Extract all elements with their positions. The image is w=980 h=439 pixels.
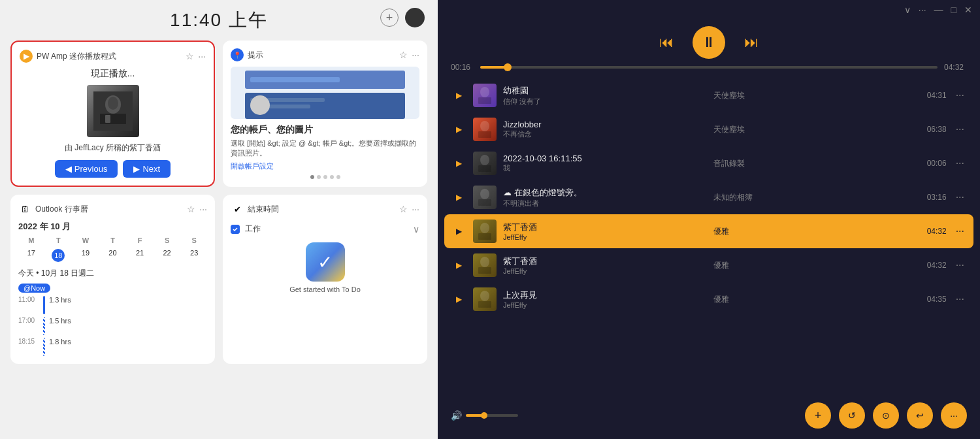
track-info: ☁ 在銀色的燈號旁。 不明演出者 (503, 187, 707, 208)
svg-rect-7 (478, 97, 491, 104)
cal-header-mon: M (18, 235, 44, 246)
volume-fill (466, 414, 484, 417)
add-button[interactable]: + (805, 402, 831, 429)
prev-track-button[interactable]: ⏮ (653, 29, 679, 56)
pin-icon[interactable]: ☆ (186, 51, 194, 61)
clock: 11:40 上午 (170, 8, 268, 33)
track-info: 紫丁香酒 JeffEffy (503, 221, 707, 241)
left-panel: 11:40 上午 + ▶ PW Amp 迷你播放程式 ☆ ··· 現正播放... (0, 0, 438, 439)
track-list[interactable]: ▶ 幼稚園 信仰 沒有了 天使塵埃 04:31 ··· ▶ Jizzlobber (438, 78, 980, 396)
track-more-icon[interactable]: ··· (953, 89, 967, 101)
track-play-icon[interactable]: ▶ (451, 155, 466, 171)
track-artist: 信仰 沒有了 (503, 97, 707, 106)
svg-point-12 (480, 155, 489, 165)
track-more-icon[interactable]: ··· (953, 123, 967, 135)
track-title: 紫丁香酒 (503, 255, 707, 267)
rewind-button[interactable]: ↩ (907, 402, 933, 429)
progress-bar[interactable] (480, 66, 938, 69)
track-play-icon[interactable]: ▶ (451, 223, 466, 239)
tips-widget-title: 提示 (248, 50, 395, 61)
track-more-icon[interactable]: ··· (953, 225, 967, 237)
cal-day-23[interactable]: 23 (181, 247, 207, 264)
transport-controls: ⏮ ⏸ ⏭ (438, 20, 980, 63)
volume-bar[interactable] (466, 414, 518, 417)
shuffle-button[interactable]: ↺ (839, 402, 865, 429)
cal-header-tue: T (46, 235, 72, 246)
track-item[interactable]: ▶ 紫丁香酒 JeffEffy 優雅 04:32 ··· (444, 214, 973, 248)
pause-button[interactable]: ⏸ (693, 26, 725, 59)
track-item[interactable]: ▶ ☁ 在銀色的燈號旁。 不明演出者 未知的相簿 03:16 ··· (444, 180, 973, 214)
cal-day-17[interactable]: 17 (18, 247, 44, 264)
next-track-button[interactable]: ⏭ (738, 29, 764, 56)
svg-rect-4 (105, 115, 110, 123)
track-thumbnail (473, 186, 497, 209)
progress-fill (480, 66, 508, 69)
track-artist: 不再信念 (503, 129, 707, 139)
cal-day-19[interactable]: 19 (73, 247, 99, 264)
tips-pin-icon[interactable]: ☆ (399, 50, 408, 60)
tips-icon: 📍 (231, 48, 244, 61)
track-play-icon[interactable]: ▶ (451, 88, 466, 103)
todo-widget: ✔ 結束時間 ☆ ··· 工作 ∨ ✓ Get started with To … (223, 195, 427, 364)
track-thumbnail (473, 287, 497, 311)
event-detail-2: 1.5 hrs (49, 317, 71, 325)
track-item[interactable]: ▶ 幼稚園 信仰 沒有了 天使塵埃 04:31 ··· (444, 78, 973, 112)
track-item[interactable]: ▶ 2022-10-03 16:11:55 我 音訊錄製 00:06 ··· (444, 146, 973, 180)
tips-dot-4[interactable] (330, 175, 334, 179)
repeat-button[interactable]: ⊙ (873, 402, 899, 429)
calendar-more-icon[interactable]: ··· (199, 204, 207, 214)
todo-widget-header: ✔ 結束時間 ☆ ··· (231, 203, 419, 216)
more-button[interactable]: ··· (941, 402, 967, 429)
todo-checkbox-work[interactable] (231, 225, 240, 234)
track-play-icon[interactable]: ▶ (451, 291, 466, 307)
track-play-icon[interactable]: ▶ (451, 189, 466, 205)
track-album: 天使塵埃 (713, 124, 917, 135)
tips-more-icon[interactable]: ··· (412, 50, 419, 60)
cal-day-22[interactable]: 22 (154, 247, 180, 264)
cal-day-21[interactable]: 21 (127, 247, 153, 264)
cal-day-20[interactable]: 20 (100, 247, 126, 264)
track-duration: 04:32 (924, 227, 947, 236)
calendar-event-3: 18:15 1.8 hrs (18, 338, 207, 356)
tips-dot-2[interactable] (317, 175, 321, 179)
close-icon[interactable]: ✕ (964, 5, 972, 15)
track-duration: 00:06 (924, 159, 947, 168)
minimize-icon[interactable]: — (934, 5, 943, 15)
tips-dot-1[interactable] (310, 175, 314, 179)
calendar-pin-icon[interactable]: ☆ (187, 204, 195, 214)
track-item[interactable]: ▶ 紫丁香酒 JeffEffy 優雅 04:32 ··· (444, 248, 973, 282)
tips-dot-5[interactable] (336, 175, 340, 179)
chevron-down-icon[interactable]: ∨ (904, 5, 911, 15)
todo-cta-icon: ✓ (306, 242, 345, 282)
track-more-icon[interactable]: ··· (953, 293, 967, 305)
todo-pin-icon[interactable]: ☆ (399, 204, 408, 214)
cal-day-18[interactable]: 18 (46, 247, 72, 264)
add-widget-button[interactable]: + (380, 8, 399, 27)
track-more-icon[interactable]: ··· (953, 157, 967, 169)
more-options-icon[interactable]: ··· (919, 5, 926, 15)
track-play-icon[interactable]: ▶ (451, 257, 466, 273)
track-item[interactable]: ▶ Jizzlobber 不再信念 天使塵埃 06:38 ··· (444, 112, 973, 146)
more-icon[interactable]: ··· (198, 51, 206, 61)
cal-header-wed: W (73, 235, 99, 246)
track-item[interactable]: ▶ 上次再見 JeffEffy 優雅 04:35 ··· (444, 282, 973, 316)
track-thumb-svg (473, 84, 497, 107)
track-play-icon[interactable]: ▶ (451, 122, 466, 137)
tips-link[interactable]: 開啟帳戶設定 (231, 161, 419, 171)
tips-dot-3[interactable] (323, 175, 327, 179)
calendar-widget: 🗓 Outlook 行事曆 ☆ ··· 2022 年 10 月 M T W T … (10, 195, 215, 364)
tips-screenshot (231, 67, 419, 119)
todo-more-icon[interactable]: ··· (412, 204, 419, 214)
prev-button[interactable]: ◀ Previous (55, 160, 118, 178)
outlook-icon: 🗓 (18, 203, 31, 216)
track-more-icon[interactable]: ··· (953, 191, 967, 203)
next-button[interactable]: ▶ Next (123, 160, 171, 178)
maximize-icon[interactable]: □ (951, 5, 956, 15)
track-more-icon[interactable]: ··· (953, 259, 967, 271)
todo-expand-icon[interactable]: ∨ (413, 224, 419, 235)
track-artist: 我 (503, 163, 707, 173)
todo-item-work[interactable]: 工作 ∨ (231, 221, 419, 237)
avatar[interactable] (405, 8, 425, 27)
total-time: 04:32 (944, 63, 967, 72)
track-artist: JeffEffy (503, 233, 707, 241)
